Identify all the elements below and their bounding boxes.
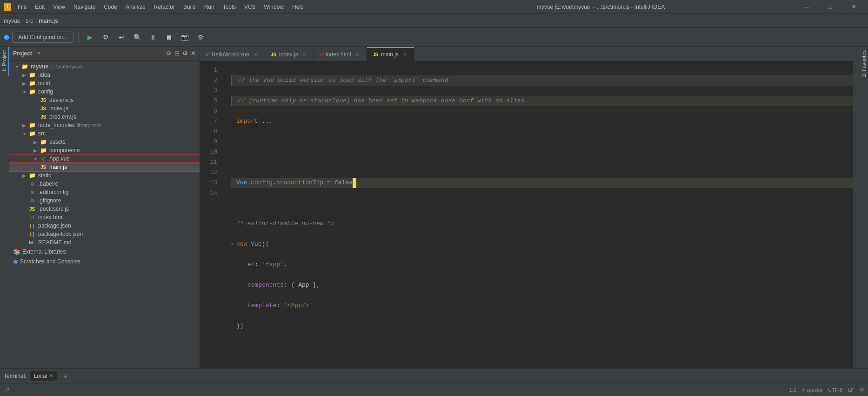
config-arrow: ▾ (20, 89, 28, 94)
indent-status[interactable]: 4 spaces (802, 387, 822, 393)
tree-static[interactable]: ▶ 📁 static (9, 171, 200, 180)
pause-button[interactable]: ⏸ (147, 31, 160, 44)
settings-gear-icon[interactable]: ⚙ (860, 387, 864, 393)
reload-button[interactable]: ↩ (115, 31, 128, 44)
tree-scratches[interactable]: ◉ Scratches and Consoles (9, 256, 200, 266)
tree-external-libraries[interactable]: 📚 External Libraries (9, 247, 200, 256)
gitignore-icon: ⚙ (28, 198, 36, 203)
tree-config[interactable]: ▾ 📁 config (9, 87, 200, 96)
menu-vcs[interactable]: VCS (240, 2, 260, 12)
import-keyword: import (236, 116, 258, 127)
project-side-tab[interactable]: 1: Project (0, 47, 9, 75)
tree-editorconfig[interactable]: ⚙ .editorconfig (9, 188, 200, 196)
terminal-add-button[interactable]: + (60, 371, 70, 381)
config-label: config (38, 88, 53, 95)
project-title: Project (13, 50, 32, 57)
tab-indexjs-close[interactable]: ✕ (301, 51, 308, 58)
add-configuration-button[interactable]: Add Configuration... (12, 32, 73, 43)
encoding-status[interactable]: UTF-8 (828, 387, 842, 393)
tree-components[interactable]: ▶ 📁 components (9, 146, 200, 154)
tree-package-json[interactable]: { } package.json (9, 221, 200, 230)
postcssrc-label: .postcssrc.js (38, 206, 69, 212)
close-panel-icon[interactable]: ✕ (191, 50, 196, 57)
cursor2 (244, 321, 247, 331)
scratches-label: Scratches and Consoles (20, 258, 80, 265)
gear-icon[interactable]: ⚙ (182, 50, 188, 57)
screenshot-button[interactable]: 📷 (178, 31, 191, 44)
tree-index-html[interactable]: H index.html (9, 213, 200, 221)
tree-prod-env-js[interactable]: JS prod.env.js (9, 113, 200, 121)
menu-analyze[interactable]: Analyze (122, 2, 149, 12)
tab-helloworld-close[interactable]: ✕ (252, 51, 259, 58)
tab-mainjs[interactable]: JS main.js ✕ (367, 47, 414, 61)
tree-assets[interactable]: ▶ 📁 assets (9, 138, 200, 146)
collapse-all-icon[interactable]: ⊟ (174, 50, 180, 57)
tree-package-lock-json[interactable]: { } package-lock.json (9, 230, 200, 238)
tree-root[interactable]: ▾ 📁 myvue E:\vue\myvue (9, 62, 200, 71)
code-editor[interactable]: 1 2 3 5 6 7 8 9 10 11 12 13 14 // The Vu… (200, 61, 859, 368)
tree-dev-env-js[interactable]: JS dev.env.js (9, 96, 200, 104)
menu-build[interactable]: Build (180, 2, 200, 12)
code-line-1: // The Vue build version to load with th… (231, 75, 853, 86)
tree-node-modules[interactable]: ▶ 📁 node_modules library root (9, 121, 200, 129)
tree-idea[interactable]: ▶ 📁 .idea (9, 71, 200, 79)
settings-button[interactable]: ⚙ (99, 31, 112, 44)
maximize-button[interactable]: □ (820, 0, 841, 14)
code-content[interactable]: // The Vue build version to load with th… (223, 61, 853, 368)
menu-help[interactable]: Help (288, 2, 307, 12)
project-dropdown-icon[interactable]: ▾ (38, 50, 40, 56)
menu-run[interactable]: Run (200, 2, 218, 12)
breadcrumb-file[interactable]: main.js (39, 18, 58, 24)
tab-indexjs[interactable]: JS index.js ✕ (265, 47, 314, 61)
window-title: myvue [E:\vue\myvue] - ...\src\main.js -… (405, 4, 796, 10)
tree-app-vue[interactable]: ▾ V App.vue (9, 154, 200, 163)
tree-postcssrc[interactable]: JS .postcssrc.js (9, 205, 200, 213)
menu-window[interactable]: Window (260, 2, 287, 12)
more-button[interactable]: ⚙ (194, 31, 207, 44)
tree-babelrc[interactable]: ⚙ .babelrc (9, 180, 200, 188)
search-button[interactable]: 🔍 (131, 31, 144, 44)
menu-code[interactable]: Code (100, 2, 121, 12)
tree-main-js[interactable]: JS main.js (9, 163, 200, 171)
prod-env-js-label: prod.env.js (49, 114, 76, 120)
breadcrumb-root[interactable]: myvue (4, 18, 20, 24)
menu-edit[interactable]: Edit (31, 2, 48, 12)
tab-helloworld[interactable]: V HelloWorld.vue ✕ (200, 47, 265, 61)
code-line-11: components: { App }, (231, 280, 853, 290)
tab-indexhtml-close[interactable]: ✕ (354, 51, 361, 58)
menu-file[interactable]: File (14, 2, 30, 12)
sync-icon[interactable]: ⟳ (167, 50, 172, 57)
terminal-tab-close[interactable]: ✕ (49, 373, 53, 379)
code-line-10: el: '#app', (231, 260, 853, 270)
build-folder-icon: 📁 (28, 80, 36, 87)
tree-gitignore[interactable]: ⚙ .gitignore (9, 196, 200, 205)
index-html-icon: H (28, 215, 36, 220)
menu-tools[interactable]: Tools (219, 2, 240, 12)
gutter-arrow-5 (231, 157, 236, 168)
index-html-label: index.html (38, 214, 64, 221)
minimize-button[interactable]: ─ (796, 0, 818, 14)
terminal-local-tab[interactable]: Local ✕ (30, 371, 57, 381)
babelrc-icon: ⚙ (28, 181, 36, 187)
menu-navigate[interactable]: Navigate (70, 2, 99, 12)
nm-arrow: ▶ (20, 123, 28, 128)
menu-view[interactable]: View (49, 2, 69, 12)
terminal-label: Terminal: (4, 373, 27, 379)
tab-mainjs-close[interactable]: ✕ (401, 51, 408, 58)
tab-indexhtml[interactable]: H index.html ✕ (314, 47, 367, 61)
line-col-status[interactable]: 1:1 (789, 387, 796, 393)
close-button[interactable]: ✕ (843, 0, 864, 14)
tree-build[interactable]: ▶ 📁 build (9, 79, 200, 87)
favorites-tab-item[interactable]: 2: Favorites (860, 47, 868, 81)
breadcrumb-src[interactable]: src (26, 18, 33, 24)
stop-button[interactable]: ⏹ (162, 31, 175, 44)
gutter-arrow-8 (231, 219, 236, 229)
tree-src[interactable]: ▾ 📁 src (9, 129, 200, 138)
run-button[interactable]: ▶ (83, 31, 96, 44)
code-line-4 (231, 137, 853, 147)
tree-readme[interactable]: M↓ README.md (9, 238, 200, 247)
git-icon: ⎇ (4, 387, 10, 393)
tree-config-index-js[interactable]: JS index.js (9, 104, 200, 113)
menu-refactor[interactable]: Refactor (150, 2, 179, 12)
line-sep-status[interactable]: LF (848, 387, 854, 393)
